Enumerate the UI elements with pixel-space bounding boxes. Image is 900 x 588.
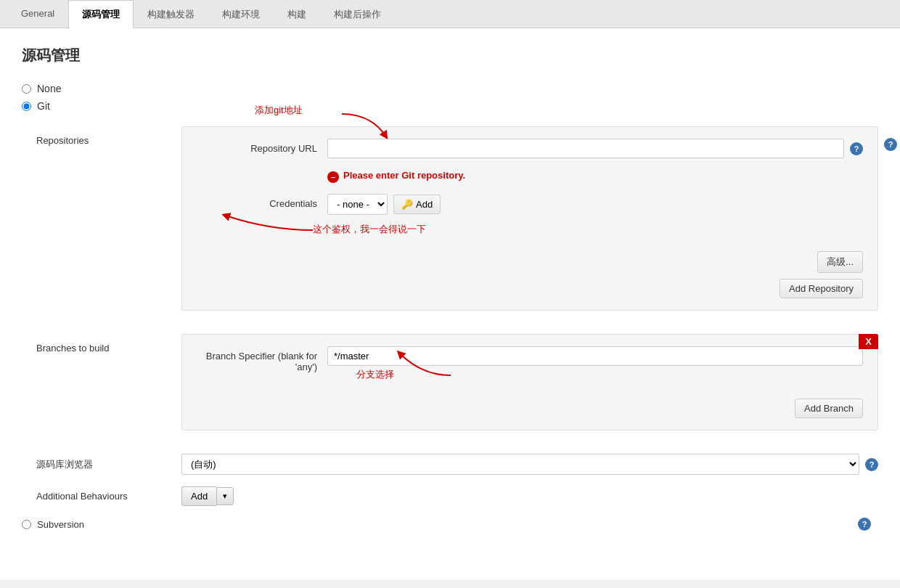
arrow-credentials-svg [211, 201, 327, 245]
error-row: – Please enter Git repository. [327, 167, 863, 187]
advanced-btn-row: 高级... [197, 251, 863, 273]
tab-build[interactable]: 构建 [274, 0, 320, 28]
tab-triggers[interactable]: 构建触发器 [134, 0, 208, 28]
branches-label: Branches to build [36, 334, 181, 354]
main-content: 源码管理 None Git Repositories [0, 28, 900, 580]
add-repository-button[interactable]: Add Repository [780, 279, 863, 298]
radio-git-item: Git [22, 100, 878, 112]
source-browser-select[interactable]: (自动) [181, 454, 859, 475]
subversion-radio-item: Subversion ? [22, 518, 878, 531]
branches-wrapper: Branches to build X Branch Specifier (bl… [36, 334, 878, 442]
credentials-field: - none - 🔑 Add [327, 194, 863, 215]
repositories-label: Repositories [36, 126, 181, 146]
credentials-row: Credentials - none - 🔑 Add [197, 194, 863, 215]
radio-none-label[interactable]: None [37, 83, 61, 94]
repo-url-help-icon[interactable]: ? [850, 142, 863, 155]
branch-specifier-label: Branch Specifier (blank for 'any') [197, 346, 327, 372]
source-browser-select-wrapper: (自动) [181, 454, 859, 475]
key-icon: 🔑 [401, 199, 413, 210]
add-repo-btn-row: Add Repository [197, 279, 863, 298]
source-browser-help-icon[interactable]: ? [865, 458, 878, 471]
tab-bar: General 源码管理 构建触发器 构建环境 构建 构建后操作 [0, 0, 900, 28]
subversion-help-icon[interactable]: ? [858, 518, 871, 531]
remove-branch-button[interactable]: X [859, 334, 878, 349]
add-credentials-button[interactable]: 🔑 Add [393, 195, 441, 214]
repositories-form-section: 添加git地址 R [181, 126, 878, 311]
annotation-credentials: 这个鉴权，我一会得说一下 [313, 223, 426, 236]
credentials-controls: - none - 🔑 Add [327, 194, 863, 215]
add-dropdown: Add ▾ [181, 486, 234, 506]
tab-source[interactable]: 源码管理 [68, 0, 134, 28]
radio-git-label[interactable]: Git [37, 100, 50, 112]
radio-subversion[interactable] [22, 520, 31, 529]
page-title: 源码管理 [22, 46, 878, 65]
advanced-button[interactable]: 高级... [817, 251, 863, 273]
add-behaviour-button[interactable]: Add [181, 486, 216, 506]
annotation-branch: 分支选择 [356, 368, 394, 381]
radio-git[interactable] [22, 102, 31, 111]
radio-none-item: None [22, 83, 878, 94]
arrow-add-git-svg [298, 107, 429, 150]
radio-none[interactable] [22, 84, 31, 94]
action-buttons-area: 高级... Add Repository [197, 251, 863, 298]
error-icon: – [327, 171, 339, 183]
repositories-content: 添加git地址 R [181, 126, 878, 322]
source-browser-label: 源码库浏览器 [36, 458, 181, 471]
branches-content: X Branch Specifier (blank for 'any') [181, 334, 878, 442]
scm-radio-group: None Git [22, 83, 878, 112]
repositories-help-icon[interactable]: ? [884, 138, 897, 151]
branch-specifier-row: Branch Specifier (blank for 'any') [197, 346, 863, 372]
annotation-add-git: 添加git地址 [255, 104, 303, 117]
arrow-branch-svg [393, 346, 480, 390]
credentials-select[interactable]: - none - [327, 194, 388, 215]
source-browser-row: 源码库浏览器 (自动) ? [36, 454, 878, 475]
add-behaviour-dropdown-arrow[interactable]: ▾ [216, 487, 234, 505]
tab-general[interactable]: General [7, 0, 68, 28]
radio-subversion-label[interactable]: Subversion [37, 519, 84, 530]
add-branch-button[interactable]: Add Branch [795, 399, 863, 418]
error-message: Please enter Git repository. [343, 170, 465, 181]
add-branch-btn-row: Add Branch [197, 399, 863, 418]
git-block: Repositories 添加git地址 [36, 126, 878, 506]
additional-behaviours-row: Additional Behaviours Add ▾ [36, 486, 878, 506]
repo-url-row: Repository URL ? [197, 139, 863, 158]
tab-post[interactable]: 构建后操作 [320, 0, 395, 28]
branches-form-section: X Branch Specifier (blank for 'any') [181, 334, 878, 430]
tab-env[interactable]: 构建环境 [208, 0, 274, 28]
additional-behaviours-label: Additional Behaviours [36, 491, 181, 502]
repositories-wrapper: Repositories 添加git地址 [36, 126, 878, 322]
